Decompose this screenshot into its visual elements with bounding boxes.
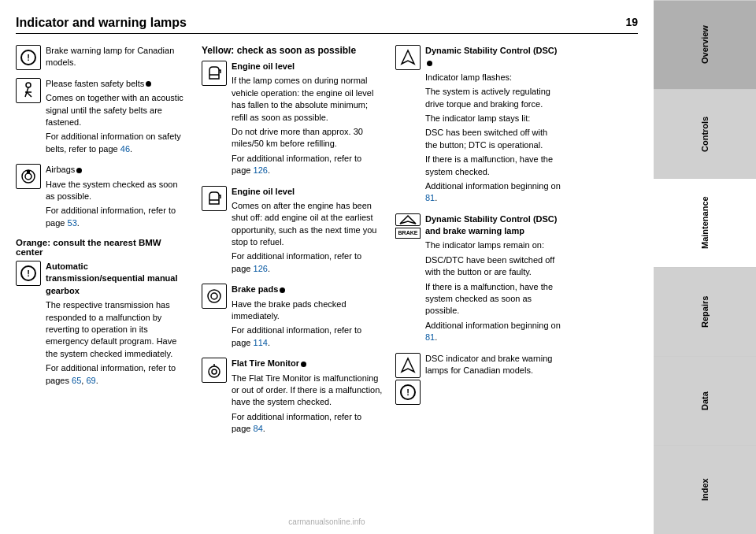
link-airbags[interactable]: 53 [68, 218, 77, 228]
block-flat-tire: Flat Tire Monitor The Flat Tire Monitor … [202, 358, 383, 437]
yellow-heading: Yellow: check as soon as possible [202, 45, 383, 56]
bullet-brakepads [280, 287, 285, 293]
engine-oil-icon-1 [202, 61, 227, 86]
svg-point-8 [28, 171, 30, 173]
block-engine-oil-1-text: Engine oil level If the lamp comes on du… [232, 61, 383, 180]
sidebar-tab-repairs[interactable]: Repairs [654, 267, 756, 356]
page-title: Indicator and warning lamps [16, 16, 638, 34]
link-oillevel-1[interactable]: 126 [254, 165, 268, 175]
block-brake-pads-text: Brake pads Have the brake pads checked i… [232, 284, 383, 351]
brake-pads-icon [202, 284, 227, 309]
block-brake-warning: ! Brake warning lamp for Canadian models… [16, 45, 189, 72]
svg-point-7 [25, 173, 32, 180]
link-trans-69[interactable]: 69 [86, 376, 95, 385]
brake-warning-icon: ! [16, 45, 41, 70]
sidebar-tab-controls[interactable]: Controls [654, 89, 756, 178]
sidebar-tab-maintenance[interactable]: Maintenance [654, 178, 756, 267]
block-transmission-text: Automatic transmission/sequential manual… [46, 261, 189, 389]
engine-oil-icon-2 [202, 186, 227, 211]
block-dsc-3: ! DSC indicator and brake warning lamps … [395, 353, 561, 405]
svg-point-13 [208, 290, 220, 302]
airbag-icon [16, 164, 41, 189]
link-brakepads[interactable]: 114 [254, 338, 268, 347]
watermark: carmanualsonline.info [288, 517, 365, 526]
flat-tire-icon [202, 358, 227, 383]
svg-text:!: ! [27, 53, 30, 62]
left-column: ! Brake warning lamp for Canadian models… [16, 45, 189, 444]
main-content: Indicator and warning lamps 19 ! Brake w… [0, 0, 654, 534]
dsc-icon-4: ! [395, 380, 421, 405]
svg-point-15 [209, 366, 220, 377]
svg-point-2 [26, 83, 31, 87]
dsc-icon-1 [395, 45, 421, 70]
page-number: 19 [625, 16, 638, 28]
orange-heading: Orange: consult the nearest BMW center [16, 238, 189, 257]
svg-point-14 [211, 293, 217, 299]
seatbelt-icon [16, 78, 41, 103]
block-flat-tire-text: Flat Tire Monitor The Flat Tire Monitor … [232, 358, 383, 437]
dsc-icon-2 [395, 213, 421, 226]
sidebar: Overview Controls Maintenance Repairs Da… [654, 0, 756, 534]
block-dsc-1: Dynamic Stability Control (DSC) Indicato… [395, 45, 561, 207]
block-engine-oil-2-text: Engine oil level Comes on after the engi… [232, 186, 383, 278]
bullet-dsc1 [427, 61, 432, 66]
link-dsc2[interactable]: 81 [425, 332, 435, 342]
sidebar-tab-data[interactable]: Data [654, 356, 756, 445]
block-dsc-2-text: Dynamic Stability Control (DSC) and brak… [425, 213, 561, 347]
block-dsc-3-text: DSC indicator and brake warning lamps fo… [425, 353, 561, 380]
dsc-canada-icons: ! [395, 353, 421, 405]
block-airbags-text: Airbags Have the system checked as soon … [46, 164, 189, 232]
link-seatbelt[interactable]: 46 [120, 144, 130, 154]
dsc-brake-icons: BRAKE [395, 213, 421, 239]
bullet-seatbelt [146, 81, 151, 87]
svg-text:!: ! [27, 269, 30, 278]
bullet-airbag [76, 168, 82, 173]
block-brake-pads: Brake pads Have the brake pads checked i… [202, 284, 383, 351]
block-engine-oil-2: Engine oil level Comes on after the engi… [202, 186, 383, 278]
link-flattire[interactable]: 84 [254, 424, 263, 433]
svg-point-16 [212, 369, 217, 374]
link-oillevel-2[interactable]: 126 [254, 264, 268, 273]
link-trans-65[interactable]: 65 [72, 376, 81, 385]
block-dsc-1-text: Dynamic Stability Control (DSC) Indicato… [425, 45, 561, 207]
sidebar-tab-overview[interactable]: Overview [654, 0, 756, 89]
block-transmission: ! Automatic transmission/sequential manu… [16, 261, 189, 389]
middle-column: Yellow: check as soon as possible Engine… [202, 45, 383, 444]
dsc-icon-3 [395, 353, 421, 378]
right-column: Dynamic Stability Control (DSC) Indicato… [395, 45, 561, 444]
block-seatbelt-text: Please fasten safety belts Comes on toge… [46, 78, 189, 158]
bullet-flattire [301, 362, 306, 367]
block-airbags: Airbags Have the system checked as soon … [16, 164, 189, 232]
link-dsc1[interactable]: 81 [425, 193, 435, 202]
sidebar-tab-index[interactable]: Index [654, 445, 756, 534]
block-seatbelt: Please fasten safety belts Comes on toge… [16, 78, 189, 158]
transmission-icon: ! [16, 261, 41, 286]
block-engine-oil-1: Engine oil level If the lamp comes on du… [202, 61, 383, 180]
brake-label-icon: BRAKE [395, 228, 421, 239]
block-brake-warning-text: Brake warning lamp for Canadian models. [46, 45, 189, 72]
svg-line-5 [27, 92, 32, 97]
columns-container: ! Brake warning lamp for Canadian models… [16, 45, 638, 444]
block-dsc-2: BRAKE Dynamic Stability Control (DSC) an… [395, 213, 561, 347]
svg-text:!: ! [406, 388, 410, 397]
